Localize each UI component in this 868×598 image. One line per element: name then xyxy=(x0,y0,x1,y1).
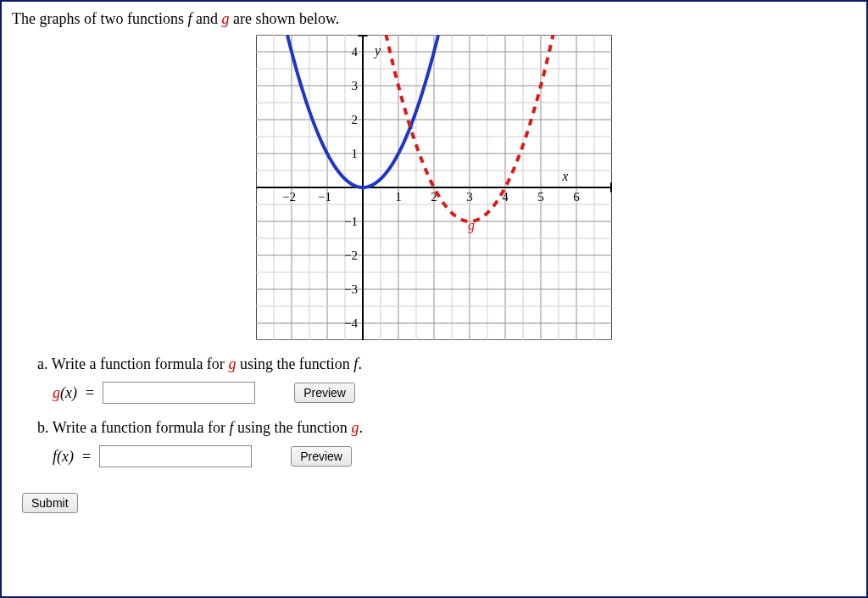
svg-marker-44 xyxy=(358,35,368,36)
svg-text:3: 3 xyxy=(352,79,359,92)
part-a-lhs: g(x) xyxy=(53,384,77,402)
part-b-input[interactable] xyxy=(99,445,252,467)
part-b-answer-row: f(x) = Preview xyxy=(53,445,856,467)
svg-text:−2: −2 xyxy=(344,249,358,262)
part-a-answer-row: g(x) = Preview xyxy=(53,382,856,404)
svg-text:−2: −2 xyxy=(282,190,296,204)
svg-text:−3: −3 xyxy=(344,282,358,296)
part-b-lhs: f(x) xyxy=(53,448,74,466)
part-a-text: a. Write a function formula for g using … xyxy=(37,355,856,373)
svg-text:−1: −1 xyxy=(344,215,358,228)
preview-button-b[interactable]: Preview xyxy=(291,446,352,467)
svg-text:−1: −1 xyxy=(318,190,331,204)
svg-marker-42 xyxy=(610,182,612,193)
svg-text:g: g xyxy=(468,218,475,233)
svg-text:4: 4 xyxy=(352,45,359,59)
chart-container: −2−1123456−4−3−2−11234yxfg xyxy=(12,35,856,340)
svg-text:2: 2 xyxy=(352,113,359,126)
svg-text:1: 1 xyxy=(395,190,402,204)
prompt-post: are shown below. xyxy=(229,10,339,27)
submit-button[interactable]: Submit xyxy=(22,493,78,513)
function-graph: −2−1123456−4−3−2−11234yxfg xyxy=(256,35,612,340)
svg-text:−4: −4 xyxy=(344,316,358,330)
part-a-input[interactable] xyxy=(103,382,255,404)
part-b-text: b. Write a function formula for f using … xyxy=(37,419,856,437)
svg-text:y: y xyxy=(373,43,381,59)
prompt-pre: The graphs of two functions xyxy=(12,10,187,27)
preview-button-a[interactable]: Preview xyxy=(294,383,355,403)
problem-prompt: The graphs of two functions f and g are … xyxy=(12,10,856,28)
svg-text:6: 6 xyxy=(573,190,580,204)
svg-text:x: x xyxy=(561,169,568,183)
svg-text:1: 1 xyxy=(352,147,359,160)
svg-text:5: 5 xyxy=(537,190,544,204)
prompt-mid: and xyxy=(192,10,221,27)
svg-text:3: 3 xyxy=(466,190,473,204)
